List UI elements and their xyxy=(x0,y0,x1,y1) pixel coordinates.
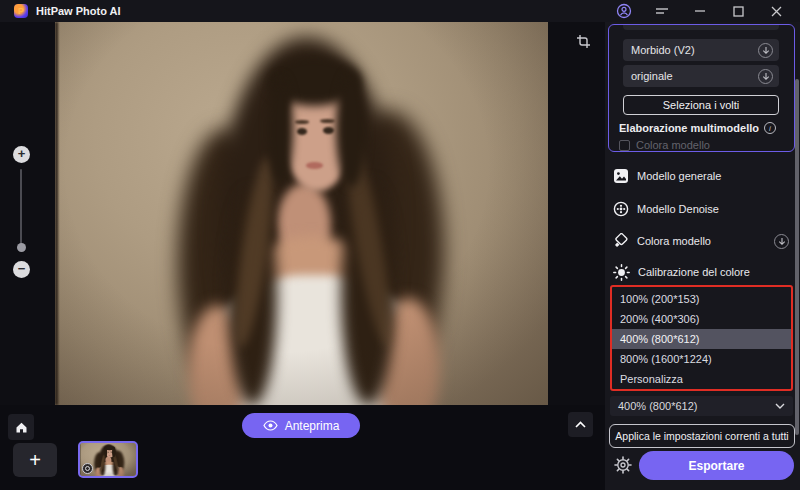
bottombar: + xyxy=(0,405,605,490)
circle-arrow-down-icon xyxy=(758,69,773,84)
zoom-slider-thumb[interactable] xyxy=(17,243,26,252)
titlebar-controls xyxy=(616,0,800,22)
multimodel-label: Elaborazione multimodello xyxy=(619,122,759,134)
sidebar-item-modello-denoise[interactable]: Modello Denoise xyxy=(613,199,793,219)
face-style-value: originale xyxy=(631,70,758,82)
sidebar-scrollbar[interactable] xyxy=(795,79,799,435)
portrait-hair-shape xyxy=(104,448,107,457)
preview-label: Anteprima xyxy=(285,419,340,433)
minimize-icon[interactable] xyxy=(692,3,708,19)
resolution-option[interactable]: 200% (400*306) xyxy=(612,309,791,329)
checkbox-icon[interactable] xyxy=(619,140,630,151)
portrait-skin-shape xyxy=(95,467,102,476)
model-label: Modello Denoise xyxy=(637,203,793,215)
portrait-hair-shape xyxy=(100,457,106,475)
photo-canvas xyxy=(0,22,605,405)
sidebar-item-modello-generale[interactable]: Modello generale xyxy=(613,166,793,186)
model-label: Modello generale xyxy=(637,170,793,182)
portrait-shirt-shape xyxy=(213,275,415,405)
home-button[interactable] xyxy=(8,414,34,440)
portrait-hair-shape xyxy=(338,136,399,348)
portrait-hair-shape xyxy=(113,457,119,476)
denoise-model-icon xyxy=(613,201,629,217)
home-icon xyxy=(15,421,28,434)
portrait-face-shape xyxy=(297,128,308,135)
close-icon[interactable] xyxy=(768,3,784,19)
portrait-hair-shape xyxy=(178,129,272,397)
portrait-face-shape xyxy=(111,452,112,453)
portrait-face-shape xyxy=(106,448,114,458)
zoom-in-button[interactable]: + xyxy=(13,146,30,163)
portrait-face-shape xyxy=(295,120,310,124)
select-faces-button[interactable]: Seleziona i volti xyxy=(623,95,779,115)
portrait-hair-shape xyxy=(341,183,395,405)
portrait-skin-shape xyxy=(102,461,115,467)
face-style-select[interactable]: originale xyxy=(623,65,779,87)
model-label: Calibrazione del colore xyxy=(638,266,793,278)
export-button[interactable]: Esportare xyxy=(639,451,794,480)
thumbnail-selected[interactable] xyxy=(78,441,138,478)
portrait-skin-shape xyxy=(252,236,370,305)
portrait-hair-shape xyxy=(94,452,105,475)
resolution-option[interactable]: Personalizza xyxy=(612,369,791,389)
portrait-skin-shape xyxy=(188,305,247,405)
portrait-hair-shape xyxy=(331,110,444,393)
circle-arrow-down-icon[interactable] xyxy=(774,234,789,249)
colorize-checkbox-label: Colora modello xyxy=(636,139,710,151)
chevron-up-icon xyxy=(575,421,586,428)
portrait-hair-shape xyxy=(112,453,119,471)
colorize-model-icon xyxy=(613,233,629,249)
preview-button[interactable]: Anteprima xyxy=(242,413,360,438)
resolution-option[interactable]: 800% (1600*1224) xyxy=(612,349,791,369)
chevron-down-icon xyxy=(775,403,785,409)
info-icon[interactable]: i xyxy=(764,122,776,134)
sidebar-item-calibrazione-colore[interactable]: Calibrazione del colore xyxy=(613,262,793,282)
portrait-hair-shape xyxy=(111,451,124,475)
apply-all-button[interactable]: Applica le impostazioni correnti a tutti xyxy=(609,424,795,448)
multimodel-label-row: Elaborazione multimodello i xyxy=(619,122,776,134)
app-logo-icon: P xyxy=(14,4,28,18)
menu-icon[interactable] xyxy=(654,3,670,19)
settings-button[interactable] xyxy=(612,454,634,476)
portrait-hair-shape xyxy=(267,56,361,106)
color-calibration-icon xyxy=(613,264,630,281)
portrait-hair-shape xyxy=(112,447,115,457)
circle-arrow-down-icon xyxy=(758,43,773,58)
titlebar: P HitPaw Photo AI xyxy=(0,0,800,22)
sidebar-item-colora-modello[interactable]: Colora modello xyxy=(613,231,793,251)
resolution-select-value: 400% (800*612) xyxy=(618,400,775,412)
partial-dropdown xyxy=(623,25,779,30)
portrait-face-shape xyxy=(284,76,351,191)
portrait-face-shape xyxy=(108,452,109,453)
model-label: Colora modello xyxy=(637,235,766,247)
app-window: P HitPaw Photo AI xyxy=(0,0,800,490)
image-model-icon xyxy=(613,168,629,184)
model-version-select[interactable]: Morbido (V2) xyxy=(623,39,779,61)
zoom-out-button[interactable]: − xyxy=(13,261,30,278)
zoom-slider: + − xyxy=(0,22,45,405)
maximize-icon[interactable] xyxy=(730,3,746,19)
resolution-select[interactable]: 400% (800*612) xyxy=(610,396,793,416)
portrait-shirt-shape xyxy=(98,465,121,476)
zoom-slider-track[interactable] xyxy=(20,169,22,247)
app-title: HitPaw Photo AI xyxy=(36,5,121,17)
crop-icon[interactable] xyxy=(572,30,594,52)
portrait-face-shape xyxy=(306,162,323,169)
portrait-skin-shape xyxy=(105,457,111,464)
portrait-face-shape xyxy=(109,455,111,456)
face-enhance-panel: Morbido (V2) originale Seleziona i volti… xyxy=(608,24,795,152)
eye-icon xyxy=(263,420,278,431)
portrait-skin-shape xyxy=(277,183,331,267)
portrait-face-shape xyxy=(323,127,334,134)
add-image-button[interactable]: + xyxy=(13,443,57,477)
resolution-option-selected[interactable]: 400% (800*612) xyxy=(612,329,791,349)
portrait-skin-shape xyxy=(117,467,124,476)
portrait-shape xyxy=(55,22,58,405)
colorize-checkbox-row[interactable]: Colora modello xyxy=(619,139,710,151)
collapse-panel-button[interactable] xyxy=(568,412,593,437)
resolution-option[interactable]: 100% (200*153) xyxy=(612,289,791,309)
account-icon[interactable] xyxy=(616,3,632,19)
resolution-menu: 100% (200*153) 200% (400*306) 400% (800*… xyxy=(610,285,793,391)
portrait-hair-shape xyxy=(336,72,366,187)
portrait-hair-shape xyxy=(218,37,395,405)
